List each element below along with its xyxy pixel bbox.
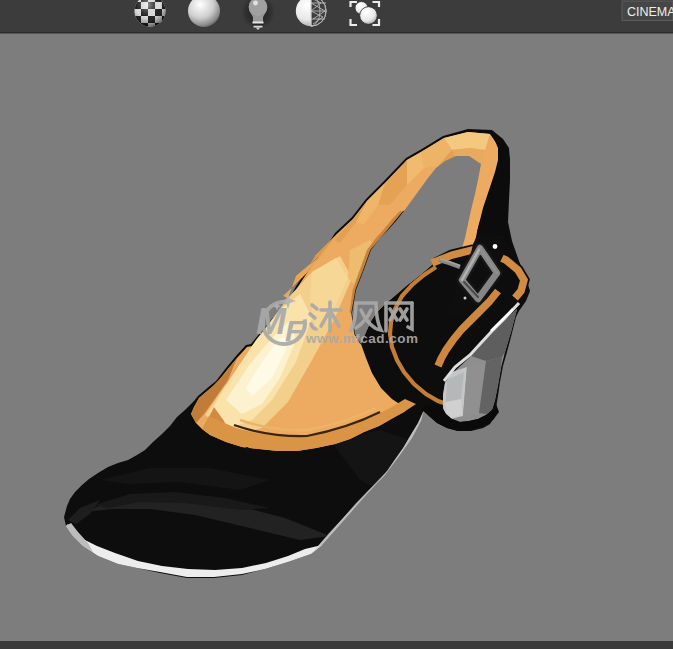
svg-text:F: F: [285, 314, 304, 347]
svg-text:M: M: [256, 301, 287, 342]
svg-text:CINEMA: CINEMA: [627, 5, 673, 19]
svg-text:www.mfcad.com: www.mfcad.com: [305, 331, 419, 346]
